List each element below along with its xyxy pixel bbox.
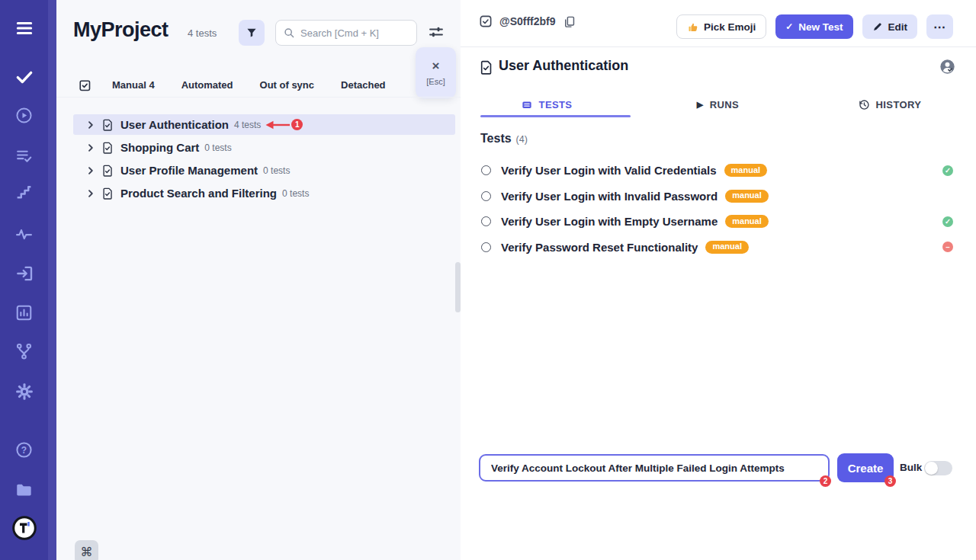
- manual-badge: manual: [705, 241, 749, 254]
- tests-tab-icon: [521, 99, 533, 110]
- suite-detail-panel: @S0fff2bf9 Pick Emoji ✓ New Test: [461, 0, 976, 560]
- more-button[interactable]: ⋯: [926, 14, 953, 39]
- tests-section-heading: Tests (4): [480, 132, 528, 146]
- svg-text:?: ?: [21, 445, 27, 456]
- create-button-wrap: Create 3: [837, 453, 894, 482]
- tab-tests[interactable]: TESTS: [461, 91, 632, 117]
- suite-titlebar: User Authentication: [461, 58, 976, 78]
- active-tab-underline: [480, 115, 631, 117]
- steps-icon[interactable]: [0, 183, 48, 202]
- menu-icon[interactable]: [0, 18, 48, 38]
- test-type-tabs: Manual 4 Automated Out of sync Detached: [56, 73, 461, 98]
- suite-tabs: TESTS ▶ RUNS HISTORY: [461, 91, 976, 117]
- tab-runs[interactable]: ▶ RUNS: [632, 91, 804, 117]
- chevron-right-icon[interactable]: [87, 167, 95, 174]
- close-icon[interactable]: ×: [432, 59, 440, 72]
- play-circle-icon[interactable]: [0, 106, 48, 125]
- chevron-right-icon[interactable]: [87, 190, 95, 197]
- new-test-button[interactable]: ✓ New Test: [775, 14, 852, 39]
- pick-emoji-label: Pick Emoji: [704, 21, 756, 33]
- play-icon: ▶: [697, 100, 704, 110]
- test-name: Verify Password Reset Functionality: [501, 241, 698, 254]
- test-suite-tree: User Authentication 4 tests 1 Shopping C…: [73, 114, 455, 206]
- search-box: [275, 20, 417, 46]
- versions-branch-icon[interactable]: [0, 342, 48, 361]
- annotation-badge-2: 2: [820, 475, 831, 487]
- test-status-icon: ✓: [942, 165, 953, 176]
- tab-runs-label: RUNS: [710, 99, 739, 110]
- tab-tests-label: TESTS: [539, 99, 573, 110]
- pencil-icon: [872, 21, 883, 32]
- panel-scrollbar[interactable]: [455, 262, 461, 312]
- tree-row-user-authentication[interactable]: User Authentication 4 tests 1: [73, 114, 455, 135]
- tree-row-product-search-and-filtering[interactable]: Product Search and Filtering 0 tests: [73, 183, 455, 203]
- tree-row-shopping-cart[interactable]: Shopping Cart 0 tests: [73, 137, 455, 158]
- test-row[interactable]: Verify Password Reset Functionality manu…: [461, 235, 976, 261]
- test-row[interactable]: Verify User Login with Empty Username ma…: [461, 209, 976, 235]
- tree-item-count: 0 tests: [282, 188, 309, 199]
- tree-item-label: User Profile Management: [120, 164, 258, 177]
- project-panel: MyProject 4 tests × [Esc] Manual 4 Auto: [56, 0, 461, 560]
- activity-icon[interactable]: [0, 225, 48, 244]
- test-name: Verify User Login with Valid Credentials: [501, 164, 717, 177]
- app-window: ? MyProject 4 tests: [0, 0, 976, 560]
- clipboard-check-icon[interactable]: [78, 78, 92, 92]
- app-logo[interactable]: [0, 515, 48, 541]
- tab-automated[interactable]: Automated: [181, 79, 233, 91]
- projects-folder-icon[interactable]: [0, 480, 48, 500]
- test-row[interactable]: Verify User Login with Invalid Password …: [461, 184, 976, 210]
- doc-check-icon: [479, 60, 493, 78]
- search-icon: [284, 27, 295, 39]
- new-test-label: New Test: [798, 21, 843, 33]
- suite-title: User Authentication: [499, 58, 628, 74]
- tab-detached[interactable]: Detached: [341, 79, 386, 91]
- project-title: MyProject: [73, 18, 169, 42]
- tab-manual[interactable]: Manual 4: [112, 79, 155, 91]
- adjustments-icon[interactable]: [428, 24, 445, 43]
- doc-check-icon: [101, 142, 114, 154]
- test-bullet-icon: [481, 191, 491, 201]
- list-check-icon[interactable]: [0, 146, 48, 165]
- test-row[interactable]: Verify User Login with Valid Credentials…: [461, 158, 976, 184]
- suite-actions: Pick Emoji ✓ New Test Edit ⋯: [676, 14, 953, 39]
- tests-heading-label: Tests: [480, 132, 512, 146]
- test-bullet-icon: [481, 165, 491, 175]
- thumbs-up-icon: [687, 21, 698, 33]
- search-input[interactable]: [300, 27, 409, 39]
- filter-button[interactable]: [239, 20, 265, 46]
- pick-emoji-button[interactable]: Pick Emoji: [676, 14, 766, 39]
- new-test-name-input[interactable]: [479, 454, 830, 482]
- create-test-bar: 2 Create 3 Bulk: [461, 453, 976, 484]
- bulk-label: Bulk: [900, 462, 922, 473]
- sidebar-nav: ?: [0, 0, 56, 560]
- check-icon: ✓: [785, 21, 793, 32]
- test-status-icon: ✓: [942, 216, 953, 227]
- tests-check-icon[interactable]: [0, 67, 48, 87]
- tree-row-user-profile-management[interactable]: User Profile Management 0 tests: [73, 160, 455, 181]
- copy-icon[interactable]: [563, 15, 576, 28]
- tree-item-label: Product Search and Filtering: [120, 187, 277, 200]
- annotation-badge-1: 1: [291, 119, 303, 130]
- history-icon: [858, 98, 870, 110]
- tree-item-count: 4 tests: [234, 120, 261, 130]
- test-status-icon: −: [942, 242, 953, 252]
- edit-label: Edit: [888, 21, 908, 33]
- test-name: Verify User Login with Invalid Password: [501, 190, 718, 203]
- edit-button[interactable]: Edit: [862, 14, 918, 39]
- tree-item-count: 0 tests: [204, 142, 231, 153]
- chevron-right-icon[interactable]: [87, 144, 95, 152]
- tab-out-of-sync[interactable]: Out of sync: [260, 79, 315, 91]
- suite-ref-group: @S0fff2bf9: [479, 14, 576, 28]
- assignee-avatar-icon[interactable]: [939, 59, 955, 78]
- import-icon[interactable]: [0, 264, 48, 283]
- help-icon[interactable]: ?: [0, 440, 48, 459]
- test-bullet-icon: [481, 216, 491, 226]
- chevron-right-icon[interactable]: [87, 121, 95, 129]
- tree-item-label: Shopping Cart: [120, 141, 199, 154]
- suite-ref-id: @S0fff2bf9: [499, 15, 556, 27]
- tab-history[interactable]: HISTORY: [804, 91, 975, 117]
- reports-icon[interactable]: [0, 303, 48, 322]
- bulk-toggle[interactable]: [924, 461, 952, 475]
- settings-gear-icon[interactable]: [0, 382, 48, 402]
- manual-badge: manual: [725, 190, 769, 203]
